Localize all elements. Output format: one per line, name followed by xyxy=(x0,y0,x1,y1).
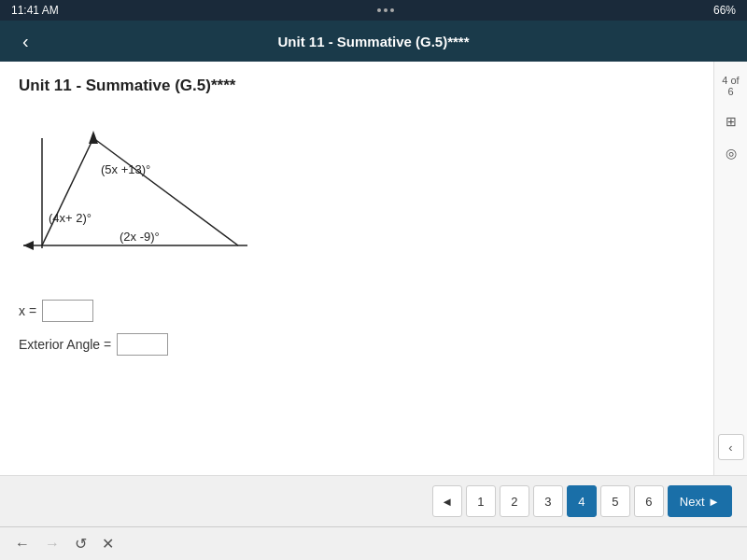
exterior-row: Exterior Angle = xyxy=(19,333,695,356)
browser-forward-icon[interactable]: → xyxy=(45,536,60,553)
page-1-button[interactable]: 1 xyxy=(466,485,496,517)
pagination: ◄ 1 2 3 4 5 6 Next ► xyxy=(432,485,732,517)
svg-line-2 xyxy=(42,138,93,245)
x-input[interactable] xyxy=(42,300,93,322)
page-counter: 4 of 6 xyxy=(714,69,747,103)
main-content: Unit 11 - Summative (G.5)**** (5x +13)° … xyxy=(0,62,747,475)
bottom-area: ◄ 1 2 3 4 5 6 Next ► xyxy=(0,475,747,526)
triangle-diagram: (5x +13)° (4x+ 2)° (2x -9)° xyxy=(19,110,261,273)
content-area: Unit 11 - Summative (G.5)**** (5x +13)° … xyxy=(0,62,713,475)
sidebar: 4 of 6 ⊞ ◎ ‹ xyxy=(713,62,747,475)
input-section: x = Exterior Angle = xyxy=(19,300,695,356)
page-title: Unit 11 - Summative (G.5)**** xyxy=(19,77,695,95)
angle1-label: (5x +13)° xyxy=(101,162,150,176)
exterior-angle-input[interactable] xyxy=(117,333,168,356)
status-battery: 66% xyxy=(713,4,736,17)
diagram-container: (5x +13)° (4x+ 2)° (2x -9)° xyxy=(19,110,695,277)
next-button[interactable]: Next ► xyxy=(668,485,732,517)
header-title: Unit 11 - Summative (G.5)**** xyxy=(277,34,469,49)
status-bar: 11:41 AM 66% xyxy=(0,0,747,21)
angle2-label: (4x+ 2)° xyxy=(49,211,92,225)
svg-marker-5 xyxy=(23,241,34,250)
x-row: x = xyxy=(19,300,695,322)
header: ‹ Unit 11 - Summative (G.5)**** xyxy=(0,21,747,62)
svg-marker-4 xyxy=(89,131,98,144)
browser-close-icon[interactable]: ✕ xyxy=(102,535,114,553)
prev-button[interactable]: ◄ xyxy=(432,485,462,517)
grid-icon[interactable]: ⊞ xyxy=(718,108,744,134)
browser-back-icon[interactable]: ← xyxy=(15,536,30,553)
page-2-button[interactable]: 2 xyxy=(500,485,529,517)
status-dots xyxy=(377,8,394,12)
svg-line-3 xyxy=(93,138,238,245)
circle-icon[interactable]: ◎ xyxy=(718,140,744,166)
browser-refresh-icon[interactable]: ↺ xyxy=(75,535,87,553)
status-time: 11:41 AM xyxy=(11,4,59,17)
angle3-label: (2x -9)° xyxy=(120,230,160,244)
exterior-label: Exterior Angle = xyxy=(19,337,111,352)
page-4-button[interactable]: 4 xyxy=(567,485,597,517)
page-3-button[interactable]: 3 xyxy=(533,485,563,517)
back-button[interactable]: ‹ xyxy=(15,27,36,56)
page-6-button[interactable]: 6 xyxy=(634,485,664,517)
x-label: x = xyxy=(19,303,36,318)
sidebar-chevron-button[interactable]: ‹ xyxy=(718,434,744,460)
page-5-button[interactable]: 5 xyxy=(600,485,630,517)
browser-bar: ← → ↺ ✕ xyxy=(0,526,747,560)
